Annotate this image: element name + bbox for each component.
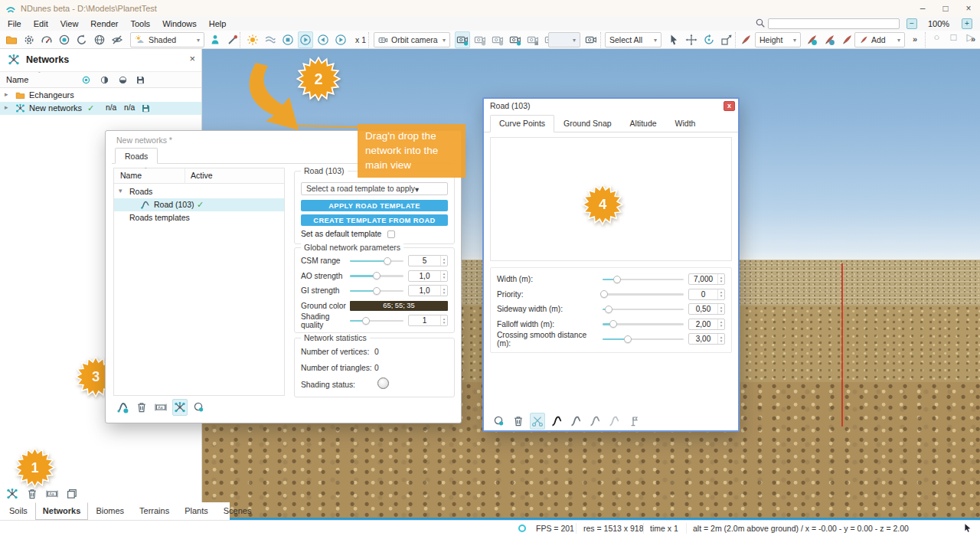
brush-lower-button[interactable] [822,31,837,48]
signpost-button[interactable] [626,413,641,430]
titlebar[interactable]: NDunes beta - D:\Models\PlanetTest – □ × [0,0,980,17]
curve-light-button[interactable] [606,413,622,430]
tab-width[interactable]: Width [666,115,705,132]
camera-preset-dropdown[interactable]: ▾ [548,32,580,47]
open-folder-button[interactable] [4,31,19,48]
picker-button[interactable] [225,31,240,48]
camera-view-button[interactable] [583,31,599,48]
delete-network-button[interactable] [24,485,40,502]
falloff-width-spinner[interactable]: 2,00▴▾ [688,319,725,330]
tab-altitude[interactable]: Altitude [621,115,666,132]
sideway-width-spinner[interactable]: 0,50▴▾ [688,303,725,315]
duplicate-network-button[interactable] [64,485,80,502]
road-window-titlebar[interactable]: Road (103) x [484,99,738,114]
roads-table[interactable]: Name ˆ Active ▾ Roads Road (103) ✓ Roads… [113,168,285,396]
menu-file[interactable]: File [2,19,28,28]
shading-mode-dropdown[interactable]: Shaded ▾ [130,32,204,47]
curve-outline-button[interactable] [568,413,583,430]
name-column-header[interactable]: Name [120,171,142,180]
csm-range-spinner[interactable]: 5▴▾ [408,255,448,266]
edit-network-button[interactable] [172,399,188,416]
tab-networks[interactable]: Networks [35,502,89,520]
toolbar-overflow-button[interactable]: » [913,34,917,44]
history-button[interactable] [74,31,90,48]
expander-icon[interactable]: ▸ [5,103,8,111]
tab-ground-snap[interactable]: Ground Snap [554,115,620,132]
tab-biomes[interactable]: Biomes [88,502,132,520]
performance-button[interactable] [39,31,54,48]
delete-road-button[interactable] [134,399,149,416]
brush-add-dropdown[interactable]: Add ▾ [854,32,905,47]
paint-mode-dropdown[interactable]: Height ▾ [755,32,801,47]
tab-terrains[interactable]: Terrains [132,502,177,520]
menu-edit[interactable]: Edit [28,19,54,28]
menu-windows[interactable]: Windows [156,19,203,28]
networks-panel-header[interactable]: Networks × [0,49,201,71]
brush-smooth-button[interactable] [839,31,854,48]
ground-color-swatch[interactable]: 65; 55; 35 [350,301,448,311]
settings-button[interactable] [21,31,37,48]
rotate-button[interactable] [701,31,717,48]
roads-group-row[interactable]: ▾ Roads [114,185,284,198]
active-column-header[interactable]: Active [191,171,213,180]
ao-strength-spinner[interactable]: 1,0▴▾ [408,270,448,282]
square-shape-button[interactable]: □ [946,31,961,43]
select-mode-dropdown[interactable]: Select All ▾ [605,32,662,47]
camera-3-button[interactable] [490,31,505,48]
avatar-button[interactable] [207,31,223,48]
roads-table-header[interactable]: Name ˆ Active [114,168,284,184]
ao-strength-slider[interactable] [350,271,403,280]
select-button[interactable] [666,31,681,48]
tab-roads[interactable]: Roads [115,148,158,164]
stop-button[interactable] [280,31,296,48]
roads-templates-row[interactable]: Roads templates [114,211,284,224]
search-input[interactable] [768,18,900,29]
csm-range-slider[interactable] [350,257,403,266]
step-back-button[interactable] [315,31,331,48]
menu-render[interactable]: Render [84,19,124,28]
expander-icon[interactable]: ▸ [5,90,8,98]
duplicate-curve-button[interactable] [492,413,507,430]
camera-2-button[interactable] [472,31,488,48]
play-button[interactable] [298,31,313,48]
rename-network-button[interactable] [44,485,60,502]
curve-double-button[interactable] [587,413,603,430]
priority-slider[interactable] [603,289,684,299]
tab-plants[interactable]: Plants [177,502,216,520]
move-button[interactable] [684,31,699,48]
width-slider[interactable] [603,275,684,284]
add-road-button[interactable] [115,399,130,416]
default-template-checkbox[interactable] [387,230,395,238]
tab-soils[interactable]: Soils [2,502,35,520]
brush-raise-button[interactable] [804,31,819,48]
close-icon[interactable]: × [189,53,195,64]
zoom-in-button[interactable]: + [962,18,972,29]
delete-curve-button[interactable] [511,413,526,430]
tab-scenes[interactable]: Scenes [216,502,260,520]
shading-quality-slider[interactable] [350,316,403,325]
tab-curve-points[interactable]: Curve Points [490,115,554,132]
record-button[interactable] [57,31,72,48]
cut-network-button[interactable] [5,485,20,502]
networks-columns-header[interactable]: Name ˆ [0,71,201,88]
menu-help[interactable]: Help [203,19,233,28]
width-spinner[interactable]: 7,000▴▾ [688,273,725,285]
crossing-smooth-spinner[interactable]: 3,00▴▾ [688,333,725,345]
duplicate-road-button[interactable] [191,399,207,416]
menu-view[interactable]: View [54,19,85,28]
gi-strength-spinner[interactable]: 1,0▴▾ [408,285,448,296]
priority-spinner[interactable]: 0▴▾ [688,289,725,300]
camera-4-button[interactable] [508,31,523,48]
close-button[interactable]: × [957,0,980,17]
rename-road-button[interactable] [153,399,168,416]
camera-mode-dropdown[interactable]: Orbit camera ▾ [374,32,450,47]
minimize-button[interactable]: – [911,0,934,17]
network-row-echangeurs[interactable]: ▸ Echangeurs [0,89,201,102]
zoom-out-button[interactable]: − [906,18,917,29]
gi-strength-slider[interactable] [350,286,403,296]
camera-1-button[interactable] [455,31,470,48]
network-row-new-networks[interactable]: ▸ New networks ✓ n/a n/a [0,102,201,115]
falloff-width-slider[interactable] [603,319,684,328]
apply-road-template-button[interactable]: APPLY ROAD TEMPLATE [301,200,448,211]
menu-tools[interactable]: Tools [124,19,156,28]
